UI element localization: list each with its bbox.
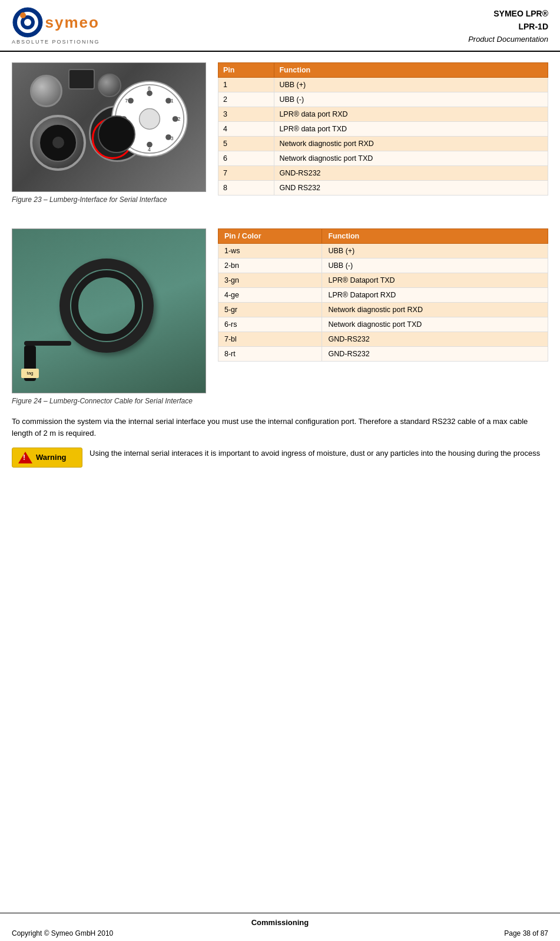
page-footer: Commissioning Copyright © Symeo GmbH 201…	[0, 913, 560, 941]
table1-header-function: Function	[274, 62, 548, 77]
figure1-image: 8 1 2 3 4 5 6 7	[12, 62, 206, 192]
cable-photo: tag	[12, 229, 206, 393]
table1-header-pin: Pin	[218, 62, 274, 77]
main-content: 8 1 2 3 4 5 6 7 Figure 23 – Lumberg-Inte…	[0, 52, 560, 468]
svg-text:3: 3	[171, 135, 174, 141]
table2-pin-6: 6-rs	[218, 317, 322, 332]
svg-point-12	[128, 134, 134, 140]
copyright: Copyright © Symeo GmbH 2010	[12, 929, 113, 937]
page-header: symeo ABSOLUTE POSITIONING SYMEO LPR® LP…	[0, 0, 560, 52]
figure2-caption: Figure 24 – Lumberg-Connector Cable for …	[12, 397, 206, 405]
svg-point-13	[121, 116, 127, 122]
product-line: SYMEO LPR®	[468, 7, 548, 20]
warning-label: Warning	[36, 453, 67, 462]
table2-header-function: Function	[322, 228, 548, 243]
connector-photo: 8 1 2 3 4 5 6 7	[12, 63, 206, 191]
table2-pin-5: 5-gr	[218, 302, 322, 317]
section-1: 8 1 2 3 4 5 6 7 Figure 23 – Lumberg-Inte…	[12, 62, 548, 204]
page-number: Page 38 of 87	[504, 929, 548, 937]
header-title: SYMEO LPR® LPR-1D Product Documentation	[468, 7, 548, 46]
commission-text: To commission the system via the interna…	[12, 416, 548, 439]
logo-sub: ABSOLUTE POSITIONING	[12, 39, 100, 45]
svg-text:6: 6	[116, 115, 119, 121]
warning-box: Warning Using the internal serial intera…	[12, 448, 548, 468]
table2-func-2: UBB (-)	[322, 258, 548, 273]
svg-text:4: 4	[148, 147, 151, 153]
table1-func-2: UBB (-)	[274, 92, 548, 107]
table1-col: Pin Function 1UBB (+)2UBB (-)3LPR® data …	[218, 62, 548, 196]
logo-area: symeo ABSOLUTE POSITIONING	[12, 7, 100, 45]
section-2: tag Figure 24 – Lumberg-Connector Cable …	[12, 228, 548, 405]
logo-text: symeo	[45, 14, 100, 32]
table1-func-4: LPR® data port TXD	[274, 121, 548, 136]
table1-func-7: GND-RS232	[274, 165, 548, 180]
svg-point-7	[147, 90, 153, 96]
table2-func-6: Network diagnostic port TXD	[322, 317, 548, 332]
table1-func-1: UBB (+)	[274, 77, 548, 92]
svg-point-6	[140, 108, 160, 129]
table2-pin-4: 4-ge	[218, 287, 322, 302]
table2-pin-8: 8-rt	[218, 346, 322, 361]
svg-text:7: 7	[125, 97, 128, 103]
warning-badge: Warning	[12, 448, 82, 468]
table2-pin-2: 2-bn	[218, 258, 322, 273]
svg-text:2: 2	[177, 115, 180, 121]
table1-func-8: GND RS232	[274, 180, 548, 195]
connector-diagram: 8 1 2 3 4 5 6 7	[111, 81, 188, 157]
warning-triangle-icon	[18, 452, 32, 463]
svg-text:1: 1	[171, 97, 174, 103]
svg-point-14	[128, 98, 134, 104]
doc-type: Product Documentation	[468, 34, 548, 46]
table1-pin-3: 3	[218, 107, 274, 121]
footer-bottom: Copyright © Symeo GmbH 2010 Page 38 of 8…	[12, 929, 548, 937]
table2-header-pin: Pin / Color	[218, 228, 322, 243]
table2-func-7: GND-RS232	[322, 332, 548, 346]
table1-pin-7: 7	[218, 165, 274, 180]
table1-func-6: Network diagnostic port TXD	[274, 151, 548, 165]
svg-text:8: 8	[148, 85, 151, 91]
table2-func-5: Network diagnostic port RXD	[322, 302, 548, 317]
table1-func-5: Network diagnostic port RXD	[274, 136, 548, 151]
table1-pin-8: 8	[218, 180, 274, 195]
table2-pin-1: 1-ws	[218, 243, 322, 258]
table2-func-1: UBB (+)	[322, 243, 548, 258]
figure2-image: tag	[12, 228, 206, 393]
figure1-caption: Figure 23 – Lumberg-Interface for Serial…	[12, 196, 206, 204]
section-gap-1	[12, 210, 548, 228]
table1-pin-6: 6	[218, 151, 274, 165]
pin-table-1: Pin Function 1UBB (+)2UBB (-)3LPR® data …	[218, 62, 548, 196]
table2-col: Pin / Color Function 1-wsUBB (+)2-bnUBB …	[218, 228, 548, 362]
table2-func-8: GND-RS232	[322, 346, 548, 361]
logo-icon	[12, 7, 43, 38]
table1-pin-5: 5	[218, 136, 274, 151]
model: LPR-1D	[468, 20, 548, 33]
table1-pin-1: 1	[218, 77, 274, 92]
table1-pin-4: 4	[218, 121, 274, 136]
table2-func-3: LPR® Dataport TXD	[322, 273, 548, 287]
svg-point-4	[20, 12, 26, 18]
table2-pin-3: 3-gn	[218, 273, 322, 287]
table1-func-3: LPR® data port RXD	[274, 107, 548, 121]
svg-point-3	[24, 19, 31, 26]
figure2-image-col: tag Figure 24 – Lumberg-Connector Cable …	[12, 228, 206, 405]
table2-pin-7: 7-bl	[218, 332, 322, 346]
table1-pin-2: 2	[218, 92, 274, 107]
figure1-image-col: 8 1 2 3 4 5 6 7 Figure 23 – Lumberg-Inte…	[12, 62, 206, 204]
pin-table-2: Pin / Color Function 1-wsUBB (+)2-bnUBB …	[218, 228, 548, 362]
svg-text:5: 5	[125, 135, 128, 141]
table2-func-4: LPR® Dataport RXD	[322, 287, 548, 302]
warning-text: Using the internal serial interaces it i…	[90, 448, 540, 459]
footer-section: Commissioning	[12, 918, 548, 927]
